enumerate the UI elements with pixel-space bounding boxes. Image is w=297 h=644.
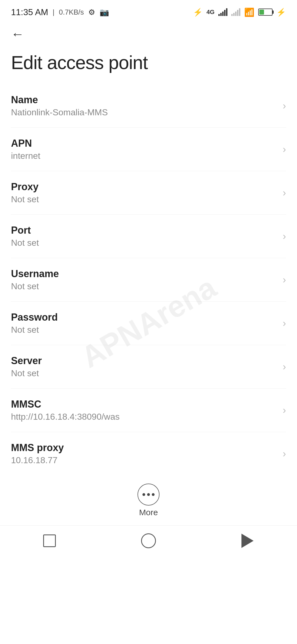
- chevron-right-icon: ›: [283, 318, 286, 329]
- chevron-right-icon: ›: [283, 187, 286, 199]
- page-title: Edit access point: [0, 43, 297, 84]
- settings-item-value: Not set: [11, 368, 277, 378]
- settings-item-content: MMSC http://10.16.18.4:38090/was: [11, 399, 277, 422]
- settings-item-content: Name Nationlink-Somalia-MMS: [11, 94, 277, 118]
- settings-item[interactable]: Username Not set ›: [11, 258, 286, 302]
- settings-item[interactable]: MMS proxy 10.16.18.77 ›: [11, 432, 286, 475]
- battery-indicator: [258, 9, 273, 16]
- lte-badge: 4G: [207, 9, 215, 16]
- more-button[interactable]: More: [0, 475, 297, 523]
- settings-item-label: MMS proxy: [11, 442, 277, 454]
- settings-item-label: APN: [11, 138, 277, 149]
- settings-item-value: http://10.16.18.4:38090/was: [11, 412, 277, 422]
- chevron-right-icon: ›: [283, 405, 286, 416]
- settings-item[interactable]: Password Not set ›: [11, 302, 286, 345]
- chevron-right-icon: ›: [283, 144, 286, 155]
- settings-item-label: Name: [11, 94, 277, 106]
- more-dots-icon: [142, 493, 155, 496]
- settings-item[interactable]: Proxy Not set ›: [11, 171, 286, 215]
- back-nav-button[interactable]: [238, 531, 257, 550]
- charging-icon: ⚡: [276, 8, 286, 17]
- settings-item-value: 10.16.18.77: [11, 455, 277, 465]
- settings-item-value: internet: [11, 151, 277, 161]
- settings-item-value: Not set: [11, 281, 277, 291]
- settings-item-label: Username: [11, 268, 277, 280]
- nav-bar: [0, 525, 297, 559]
- chevron-right-icon: ›: [283, 274, 286, 286]
- settings-item[interactable]: Name Nationlink-Somalia-MMS ›: [11, 84, 286, 128]
- settings-item-value: Nationlink-Somalia-MMS: [11, 107, 277, 118]
- status-bar: 11:35 AM | 0.7KB/s ⚙ 📷 ⚡ 4G 📶 ⚡: [0, 0, 297, 22]
- settings-item-content: MMS proxy 10.16.18.77: [11, 442, 277, 465]
- status-left: 11:35 AM | 0.7KB/s ⚙ 📷: [11, 7, 109, 17]
- status-right: ⚡ 4G 📶 ⚡: [193, 7, 286, 17]
- recents-button[interactable]: [40, 531, 59, 550]
- network-speed: |: [53, 8, 54, 17]
- camera-icon: 📷: [100, 8, 109, 17]
- settings-item[interactable]: APN internet ›: [11, 128, 286, 171]
- time-display: 11:35 AM: [11, 7, 48, 17]
- settings-item-value: Not set: [11, 325, 277, 335]
- settings-item[interactable]: Port Not set ›: [11, 215, 286, 258]
- settings-item[interactable]: Server Not set ›: [11, 345, 286, 389]
- settings-item-content: Username Not set: [11, 268, 277, 291]
- chevron-right-icon: ›: [283, 448, 286, 460]
- more-circle-icon: [138, 484, 160, 506]
- home-button[interactable]: [139, 531, 158, 550]
- chevron-right-icon: ›: [283, 100, 286, 112]
- header: ←: [0, 22, 297, 43]
- settings-item-value: Not set: [11, 194, 277, 204]
- recents-icon: [43, 534, 56, 547]
- chevron-right-icon: ›: [283, 231, 286, 242]
- settings-item-label: Server: [11, 355, 277, 367]
- more-label: More: [139, 508, 158, 517]
- settings-list: Name Nationlink-Somalia-MMS › APN intern…: [0, 84, 297, 475]
- settings-item-label: Password: [11, 312, 277, 323]
- bluetooth-icon: ⚡: [193, 8, 203, 17]
- settings-item-content: Port Not set: [11, 225, 277, 248]
- settings-item-label: Port: [11, 225, 277, 236]
- home-icon: [141, 533, 156, 548]
- back-nav-icon: [241, 534, 254, 548]
- settings-item-value: Not set: [11, 238, 277, 248]
- settings-item-label: MMSC: [11, 399, 277, 410]
- settings-item-content: Password Not set: [11, 312, 277, 335]
- wifi-icon: 📶: [244, 7, 254, 17]
- back-button[interactable]: ←: [11, 28, 24, 41]
- settings-item-content: Proxy Not set: [11, 181, 277, 204]
- settings-item-label: Proxy: [11, 181, 277, 193]
- settings-item[interactable]: MMSC http://10.16.18.4:38090/was ›: [11, 389, 286, 432]
- settings-icon: ⚙: [88, 8, 95, 17]
- settings-item-content: APN internet: [11, 138, 277, 161]
- signal-bars-1: [218, 8, 227, 16]
- chevron-right-icon: ›: [283, 361, 286, 373]
- settings-item-content: Server Not set: [11, 355, 277, 378]
- network-speed-value: 0.7KB/s: [59, 8, 84, 17]
- signal-bars-2: [231, 8, 240, 16]
